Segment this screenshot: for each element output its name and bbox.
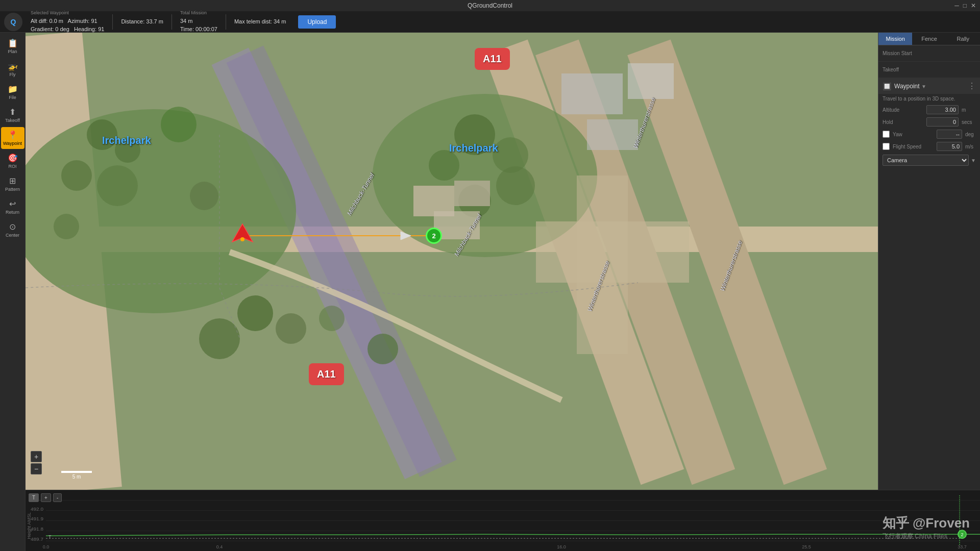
max-telem-value: Max telem dist: 34 m — [234, 17, 286, 26]
mission-start-row[interactable]: Mission Start — [883, 51, 976, 56]
waypoint-icon: 📍 — [8, 130, 18, 140]
sidebar-item-center[interactable]: ⊙ Center — [1, 219, 24, 241]
sidebar-item-waypoint[interactable]: 📍 Waypoint — [1, 127, 24, 149]
maximize-btn[interactable]: □ — [963, 2, 967, 9]
svg-text:33.7: 33.7 — [958, 544, 967, 549]
mission-start-section: Mission Start — [878, 45, 980, 62]
svg-point-14 — [61, 160, 92, 191]
roi-icon: 🎯 — [8, 153, 18, 163]
hold-unit: secs — [962, 119, 976, 125]
svg-text:491.8: 491.8 — [31, 526, 43, 532]
flight-speed-label: Flight Speed — [893, 144, 934, 149]
fly-icon: 🚁 — [8, 61, 18, 71]
sidebar-item-file[interactable]: 📁 File — [1, 81, 24, 103]
svg-rect-26 — [454, 181, 490, 206]
svg-text:0.0: 0.0 — [43, 544, 50, 549]
app-title: QGroundControl — [468, 2, 512, 9]
mission-start-label: Mission Start — [883, 51, 912, 56]
selected-waypoint-label: Selected Waypoint — [31, 10, 104, 17]
bottom-chart: T + - 492.1 492.0 491.9 491.8 489.7 Heig… — [26, 490, 980, 551]
center-icon: ⊙ — [9, 222, 16, 232]
sidebar-item-return[interactable]: ↩ Return — [1, 196, 24, 218]
chart-controls: T + - — [29, 493, 62, 502]
svg-point-17 — [454, 114, 495, 155]
zoom-out-button[interactable]: − — [31, 463, 42, 474]
chart-btn-minus[interactable]: - — [53, 493, 62, 502]
svg-point-11 — [115, 137, 140, 163]
svg-point-20 — [496, 166, 535, 205]
divider-2 — [172, 14, 172, 30]
file-icon: 📁 — [8, 84, 18, 94]
map-area[interactable]: Irchelpark Irchelpark Milchbuck-Tunnel M… — [26, 33, 980, 490]
waypoint-section-icon: 🔲 — [883, 82, 891, 90]
alt-diff-value: Alt diff: 0.0 m Azimuth: 91 — [31, 17, 104, 26]
altitude-field-row: Altitude m — [878, 104, 980, 116]
toolbar: Q Selected Waypoint Alt diff: 0.0 m Azim… — [0, 11, 980, 33]
close-btn[interactable]: ✕ — [971, 2, 976, 9]
sidebar-item-pattern[interactable]: ⊞ Pattern — [1, 173, 24, 195]
sidebar-label-fly: Fly — [10, 72, 16, 77]
hold-field-row: Hold secs — [878, 116, 980, 128]
sidebar-item-takeoff[interactable]: ⬆ Takeoff — [1, 104, 24, 126]
gradient-value: Gradient: 0 deg Heading: 91 — [31, 25, 104, 34]
svg-rect-23 — [628, 63, 674, 99]
yaw-field-row: Yaw deg — [878, 128, 980, 140]
yaw-label: Yaw — [893, 132, 934, 137]
svg-rect-24 — [587, 119, 638, 150]
tab-mission[interactable]: Mission — [878, 33, 912, 45]
svg-text:Height AMSL: Height AMSL — [27, 512, 32, 539]
right-panel: Mission Fence Rally Mission Start Takeof… — [878, 33, 980, 490]
total-mission-section: Total Mission 34 m Time: 00:00:07 — [180, 10, 217, 34]
sidebar-item-fly[interactable]: 🚁 Fly — [1, 58, 24, 80]
chart-btn-plus[interactable]: + — [41, 493, 51, 502]
yaw-unit: deg — [965, 132, 979, 137]
total-mission-dist: 34 m — [180, 17, 217, 26]
flight-speed-input[interactable] — [937, 142, 962, 151]
divider-3 — [226, 14, 226, 30]
upload-button[interactable]: Upload — [298, 15, 336, 29]
svg-point-28 — [237, 295, 273, 331]
yaw-checkbox[interactable] — [883, 131, 890, 138]
takeoff-label: Takeoff — [883, 67, 899, 72]
svg-point-12 — [161, 107, 197, 142]
waypoint-title[interactable]: Waypoint ▼ — [894, 83, 965, 90]
distance-section: Distance: 33.7 m — [121, 17, 163, 26]
zoom-in-button[interactable]: + — [31, 451, 42, 462]
tab-fence[interactable]: Fence — [912, 33, 946, 45]
svg-point-19 — [429, 150, 459, 181]
title-bar: QGroundControl ─ □ ✕ — [0, 0, 980, 11]
sidebar-label-file: File — [9, 95, 16, 100]
total-mission-label: Total Mission — [180, 10, 217, 17]
sidebar-label-waypoint: Waypoint — [3, 141, 22, 146]
svg-rect-27 — [434, 211, 480, 239]
svg-point-16 — [54, 214, 79, 239]
divider-1 — [112, 14, 113, 30]
sidebar-label-center: Center — [6, 233, 19, 238]
sidebar-item-plan[interactable]: 📋 Plan — [1, 35, 24, 57]
svg-rect-22 — [561, 73, 623, 114]
takeoff-section: Takeoff — [878, 62, 980, 78]
svg-point-31 — [319, 306, 345, 331]
tab-rally[interactable]: Rally — [946, 33, 980, 45]
camera-select[interactable]: Camera — [883, 155, 969, 166]
camera-arrow-icon: ▼ — [971, 158, 976, 163]
minimize-btn[interactable]: ─ — [954, 2, 959, 9]
waypoint-header: 🔲 Waypoint ▼ ⋮ — [878, 78, 980, 94]
plan-icon: 📋 — [8, 38, 18, 48]
elevation-chart: 492.1 492.0 491.9 491.8 489.7 Height AMS… — [26, 490, 980, 551]
takeoff-row[interactable]: Takeoff — [883, 67, 976, 72]
flight-speed-checkbox[interactable] — [883, 143, 890, 150]
sidebar-item-roi[interactable]: 🎯 ROI — [1, 150, 24, 172]
yaw-input[interactable] — [937, 130, 962, 139]
scale-bar: 5 m — [61, 471, 92, 480]
takeoff-icon: ⬆ — [9, 107, 16, 117]
chart-btn-t[interactable]: T — [29, 493, 39, 502]
hold-input[interactable] — [926, 117, 959, 127]
altitude-input[interactable] — [926, 105, 959, 114]
distance-value: Distance: 33.7 m — [121, 17, 163, 26]
svg-text:2: 2 — [961, 532, 963, 537]
svg-rect-34 — [577, 176, 628, 354]
waypoint-menu-icon[interactable]: ⋮ — [968, 81, 976, 91]
sidebar-label-return: Return — [6, 210, 19, 215]
scale-text: 5 m — [72, 474, 81, 480]
